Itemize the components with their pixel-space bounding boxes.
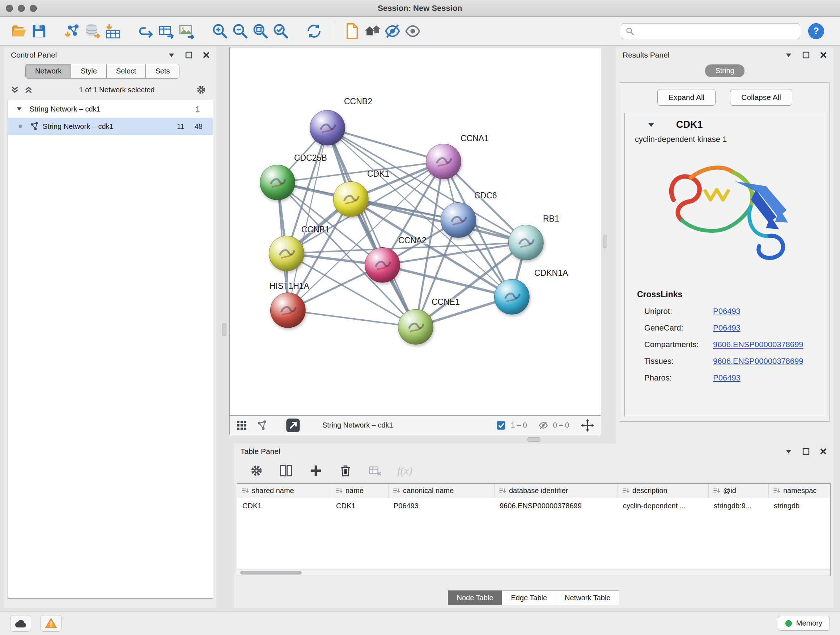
- add-row-icon[interactable]: [309, 463, 323, 478]
- help-button[interactable]: ?: [808, 23, 824, 39]
- node-cdkn1a[interactable]: [494, 279, 530, 315]
- column-header-database-identifier[interactable]: database identifier: [494, 484, 618, 498]
- float-panel-icon[interactable]: [185, 51, 193, 59]
- crosslink-link[interactable]: P06493: [713, 373, 741, 383]
- network-options-gear-icon[interactable]: [196, 85, 206, 95]
- crosslink-link[interactable]: P06493: [713, 323, 741, 333]
- search-box[interactable]: [621, 23, 800, 39]
- tab-select[interactable]: Select: [107, 64, 146, 78]
- sort-column-icon: [712, 487, 720, 495]
- zoom-in-icon[interactable]: [210, 21, 230, 42]
- node-rb1[interactable]: [508, 225, 544, 260]
- hidden-items-icon[interactable]: [538, 421, 548, 430]
- string-results-tab[interactable]: String: [705, 65, 744, 77]
- clone-network-icon[interactable]: [136, 21, 156, 42]
- node-label-ccna2: CCNA2: [398, 236, 426, 245]
- collapse-all-button[interactable]: Collapse All: [730, 89, 792, 106]
- pan-tool-icon[interactable]: [581, 418, 594, 432]
- tree-row-network[interactable]: String Network – cdk11148: [8, 118, 213, 135]
- node-cdc25b[interactable]: [260, 165, 295, 200]
- crosslink-link[interactable]: 9606.ENSP00000378699: [713, 340, 804, 349]
- left-splitter-grip[interactable]: [222, 323, 226, 336]
- collapse-all-networks-icon[interactable]: [24, 85, 33, 95]
- close-panel-icon[interactable]: [202, 51, 210, 59]
- node-cdc6[interactable]: [441, 203, 476, 238]
- node-cdk1[interactable]: [333, 181, 369, 217]
- close-panel-icon[interactable]: [820, 51, 827, 59]
- open-session-icon[interactable]: [9, 21, 29, 42]
- node-count: 11: [177, 122, 185, 131]
- status-bar: Memory: [0, 611, 840, 635]
- memory-button[interactable]: Memory: [778, 616, 830, 631]
- annotation-icon[interactable]: [342, 21, 362, 42]
- network-label: String Network – cdk1: [43, 122, 177, 131]
- collapse-panel-icon[interactable]: [785, 51, 792, 59]
- refresh-layout-icon[interactable]: [304, 21, 324, 42]
- bottom-splitter-grip[interactable]: [527, 437, 540, 442]
- node-label-ccnb2: CCNB2: [344, 97, 372, 106]
- import-network-file-icon[interactable]: [62, 21, 82, 42]
- node-hist1h1a[interactable]: [270, 293, 306, 328]
- import-table-icon[interactable]: [103, 21, 123, 42]
- collapse-panel-icon[interactable]: [168, 51, 175, 59]
- expand-all-button[interactable]: Expand All: [657, 89, 715, 106]
- table-header-row: shared namenamecanonical namedatabase id…: [237, 484, 830, 498]
- crosslink-link[interactable]: P06493: [713, 307, 741, 316]
- tab-network[interactable]: Network: [26, 64, 71, 78]
- crosslink-link[interactable]: 9606.ENSP00000378699: [713, 356, 804, 366]
- delete-row-icon[interactable]: [338, 463, 353, 478]
- export-table-icon[interactable]: [156, 21, 177, 42]
- birds-eye-view-icon[interactable]: [236, 420, 247, 431]
- collapse-section-icon[interactable]: [647, 121, 655, 129]
- column-header-shared-name[interactable]: shared name: [237, 484, 331, 498]
- save-session-icon[interactable]: [29, 21, 49, 42]
- show-all-icon[interactable]: [403, 21, 423, 42]
- detach-view-button[interactable]: [285, 418, 302, 432]
- node-ccnb2[interactable]: [309, 110, 345, 146]
- node-ccne1[interactable]: [398, 309, 433, 345]
- zoom-fit-icon[interactable]: [250, 21, 271, 42]
- selected-items-checkbox[interactable]: [496, 421, 506, 430]
- crosslink-label: Uniprot:: [644, 307, 713, 316]
- node-ccna2[interactable]: [365, 247, 400, 283]
- zoom-out-icon[interactable]: [230, 21, 250, 42]
- tree-row-collection[interactable]: String Network – cdk11: [8, 100, 213, 118]
- tab-edge-table[interactable]: Edge Table: [502, 591, 556, 605]
- export-image-icon[interactable]: [177, 21, 197, 42]
- column-header-namespac[interactable]: namespac: [769, 484, 830, 498]
- gear-icon[interactable]: [249, 463, 264, 478]
- scrollbar-thumb[interactable]: [240, 571, 302, 575]
- column-header--id[interactable]: @id: [709, 484, 769, 498]
- table-cell: stringdb: [769, 498, 830, 513]
- columns-icon[interactable]: [279, 463, 294, 478]
- results-panel-header: Results Panel: [616, 47, 834, 63]
- float-panel-icon[interactable]: [802, 448, 810, 455]
- column-header-name[interactable]: name: [331, 484, 388, 498]
- search-input[interactable]: [638, 27, 796, 35]
- table-tabs: Node TableEdge TableNetwork Table: [234, 591, 834, 605]
- column-header-description[interactable]: description: [618, 484, 709, 498]
- warnings-button[interactable]: [41, 615, 62, 632]
- close-panel-icon[interactable]: [820, 448, 827, 455]
- tab-sets[interactable]: Sets: [146, 64, 179, 78]
- hide-selected-icon[interactable]: [382, 21, 403, 42]
- import-network-db-icon[interactable]: [82, 21, 103, 42]
- cloud-status-button[interactable]: [10, 615, 31, 632]
- tab-style[interactable]: Style: [71, 64, 106, 78]
- node-ccna1[interactable]: [426, 144, 461, 179]
- tab-node-table[interactable]: Node Table: [448, 591, 502, 605]
- column-header-canonical-name[interactable]: canonical name: [388, 484, 494, 498]
- right-splitter-grip[interactable]: [603, 234, 607, 248]
- expand-all-networks-icon[interactable]: [10, 85, 19, 95]
- triangle-down-icon[interactable]: [16, 106, 22, 112]
- network-overview-icon[interactable]: [256, 420, 267, 431]
- collapse-panel-icon[interactable]: [785, 448, 792, 455]
- network-canvas[interactable]: CCNB2CCNA1CDC25BCDK1CDC6RB1CCNB1CCNA2CDK…: [229, 47, 601, 416]
- first-neighbors-icon[interactable]: [362, 21, 382, 42]
- float-panel-icon[interactable]: [802, 51, 810, 59]
- zoom-selected-icon[interactable]: [271, 21, 291, 42]
- table-row[interactable]: CDK1CDK1P064939606.ENSP00000378699cyclin…: [237, 498, 830, 513]
- tab-network-table[interactable]: Network Table: [556, 591, 619, 605]
- node-ccnb1[interactable]: [269, 236, 304, 271]
- table-horizontal-scrollbar[interactable]: [237, 569, 830, 576]
